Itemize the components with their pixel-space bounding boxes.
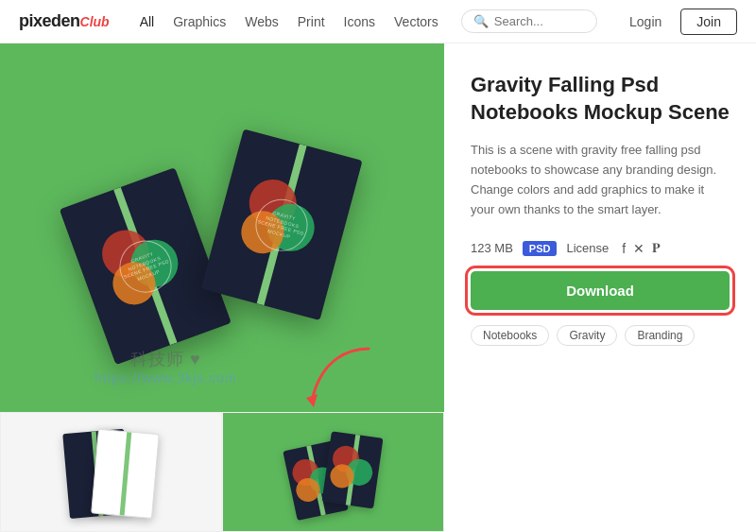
nav-item-graphics[interactable]: Graphics [173, 14, 226, 29]
meta-row: 123 MB PSD License f ✕ 𝐏 [471, 240, 730, 256]
gallery: GRAVITY NOTEBOOKS SCENE FREE PSD MOCKUP … [0, 43, 444, 532]
facebook-icon[interactable]: f [622, 241, 626, 256]
gallery-thumbs [0, 412, 444, 532]
search-input[interactable] [494, 14, 585, 28]
gallery-main-image[interactable]: GRAVITY NOTEBOOKS SCENE FREE PSD MOCKUP … [0, 43, 444, 412]
search-box[interactable]: 🔍 [461, 9, 597, 33]
social-links: f ✕ 𝐏 [622, 240, 661, 256]
license-label[interactable]: License [566, 241, 609, 255]
notebook-left: GRAVITY NOTEBOOKS SCENE FREE PSD MOCKUP [60, 167, 232, 365]
notebook-badge-text-right: GRAVITY NOTEBOOKS SCENE FREE PSD MOCKUP [254, 206, 309, 243]
nav-item-print[interactable]: Print [298, 14, 325, 29]
notebook-right: GRAVITY NOTEBOOKS SCENE FREE PSD MOCKUP [201, 129, 363, 320]
tag-gravity[interactable]: Gravity [557, 325, 617, 346]
tag-branding[interactable]: Branding [625, 325, 695, 346]
search-icon: 🔍 [473, 14, 489, 28]
nav-item-vectors[interactable]: Vectors [394, 14, 438, 29]
pinterest-icon[interactable]: 𝐏 [652, 240, 661, 256]
thumb-circles-4 [326, 443, 379, 496]
join-button[interactable]: Join [680, 9, 737, 35]
thumbnail-1[interactable] [0, 412, 222, 532]
file-type-badge: PSD [523, 241, 558, 256]
login-button[interactable]: Login [620, 9, 671, 35]
product-title: Gravity Falling Psd Notebooks Mockup Sce… [471, 72, 730, 126]
nav-item-all[interactable]: All [140, 14, 155, 29]
thumb-notebook-2 [91, 428, 160, 518]
product-info: Gravity Falling Psd Notebooks Mockup Sce… [444, 43, 756, 532]
logo-main: pixeden [19, 11, 80, 31]
header: pixedenClub All Graphics Webs Print Icon… [0, 0, 756, 43]
tag-list: Notebooks Gravity Branding [471, 325, 730, 346]
twitter-icon[interactable]: ✕ [633, 241, 644, 256]
logo[interactable]: pixedenClub [19, 11, 110, 31]
main-content: GRAVITY NOTEBOOKS SCENE FREE PSD MOCKUP … [0, 43, 756, 532]
main-nav: All Graphics Webs Print Icons Vectors [140, 14, 438, 29]
product-description: This is a scene with gravity free fallin… [471, 141, 730, 219]
header-actions: Login Join [620, 9, 737, 35]
notebook-scene: GRAVITY NOTEBOOKS SCENE FREE PSD MOCKUP … [0, 43, 444, 412]
nav-item-webs[interactable]: Webs [245, 14, 279, 29]
logo-club: Club [80, 14, 110, 29]
notebook-badge-text-left: GRAVITY NOTEBOOKS SCENE FREE PSD MOCKUP [117, 246, 173, 286]
thumbnail-2[interactable] [222, 412, 444, 532]
file-size: 123 MB [471, 241, 513, 255]
thumb-band-2 [119, 432, 131, 515]
nav-item-icons[interactable]: Icons [344, 14, 375, 29]
download-button[interactable]: Download [471, 271, 730, 310]
thumb-notebook-4 [322, 431, 384, 508]
tag-notebooks[interactable]: Notebooks [471, 325, 549, 346]
